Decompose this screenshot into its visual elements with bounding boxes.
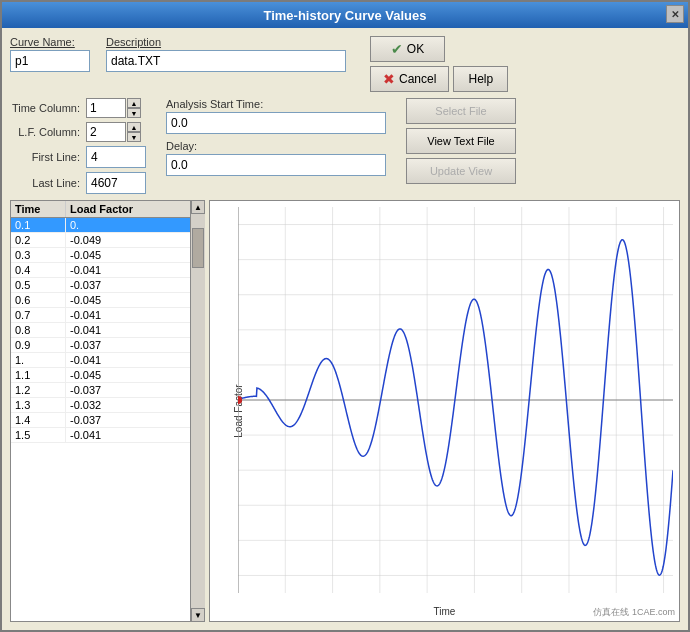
table-row[interactable]: 1.3-0.032	[11, 398, 190, 413]
last-line-label: Last Line:	[10, 177, 80, 189]
table-row[interactable]: 1.4-0.037	[11, 413, 190, 428]
select-file-button[interactable]: Select File	[406, 98, 516, 124]
table-header: Time Load Factor	[11, 201, 190, 218]
cell-lf: -0.037	[66, 413, 190, 427]
table-row[interactable]: 1.5-0.041	[11, 428, 190, 443]
cell-time: 1.2	[11, 383, 66, 397]
cell-lf: -0.041	[66, 353, 190, 367]
chart-x-label: Time	[434, 606, 456, 617]
view-text-file-button[interactable]: View Text File	[406, 128, 516, 154]
ok-button[interactable]: ✔ OK	[370, 36, 445, 62]
cell-time: 0.1	[11, 218, 66, 232]
last-line-input[interactable]	[86, 172, 146, 194]
col-lf-header: Load Factor	[66, 201, 190, 217]
cell-time: 1.5	[11, 428, 66, 442]
cell-time: 1.1	[11, 368, 66, 382]
cell-lf: -0.037	[66, 383, 190, 397]
cell-time: 1.4	[11, 413, 66, 427]
first-line-label: First Line:	[10, 151, 80, 163]
cell-lf: -0.049	[66, 233, 190, 247]
lf-column-label: L.F. Column:	[10, 126, 80, 138]
main-window: Time-history Curve Values ✕ Curve Name: …	[0, 0, 690, 632]
cell-time: 0.7	[11, 308, 66, 322]
lf-column-input[interactable]	[86, 122, 126, 142]
close-button[interactable]: ✕	[666, 5, 684, 23]
cell-time: 0.8	[11, 323, 66, 337]
cell-time: 0.6	[11, 293, 66, 307]
table-row[interactable]: 1.2-0.037	[11, 383, 190, 398]
scroll-up-arrow[interactable]: ▲	[191, 200, 205, 214]
cell-lf: -0.041	[66, 308, 190, 322]
cell-lf: -0.045	[66, 248, 190, 262]
table-row[interactable]: 0.5-0.037	[11, 278, 190, 293]
cell-time: 0.5	[11, 278, 66, 292]
table-row[interactable]: 0.7-0.041	[11, 308, 190, 323]
analysis-start-time-label: Analysis Start Time:	[166, 98, 386, 110]
cell-lf: -0.041	[66, 428, 190, 442]
delay-input[interactable]	[166, 154, 386, 176]
cell-lf: -0.045	[66, 293, 190, 307]
table-scroll[interactable]: 0.10.0.2-0.0490.3-0.0450.4-0.0410.5-0.03…	[11, 218, 190, 621]
col-time-header: Time	[11, 201, 66, 217]
delay-label: Delay:	[166, 140, 386, 152]
chart-canvas	[238, 207, 673, 593]
table-row[interactable]: 0.6-0.045	[11, 293, 190, 308]
curve-name-label: Curve Name:	[10, 36, 90, 48]
curve-name-input[interactable]	[10, 50, 90, 72]
help-button[interactable]: Help	[453, 66, 508, 92]
time-column-down[interactable]: ▼	[127, 108, 141, 118]
cell-lf: 0.	[66, 218, 190, 232]
lf-column-down[interactable]: ▼	[127, 132, 141, 142]
cell-time: 0.4	[11, 263, 66, 277]
table-row[interactable]: 0.4-0.041	[11, 263, 190, 278]
cell-time: 1.	[11, 353, 66, 367]
table-row[interactable]: 0.2-0.049	[11, 233, 190, 248]
table-row[interactable]: 0.10.	[11, 218, 190, 233]
time-column-label: Time Column:	[10, 102, 80, 114]
table-row[interactable]: 0.8-0.041	[11, 323, 190, 338]
scroll-down-arrow[interactable]: ▼	[191, 608, 205, 622]
time-column-up[interactable]: ▲	[127, 98, 141, 108]
table-row[interactable]: 0.9-0.037	[11, 338, 190, 353]
window-title: Time-history Curve Values	[263, 8, 426, 23]
cell-time: 0.3	[11, 248, 66, 262]
cell-lf: -0.041	[66, 323, 190, 337]
check-icon: ✔	[391, 41, 403, 57]
first-line-input[interactable]	[86, 146, 146, 168]
cancel-button[interactable]: ✖ Cancel	[370, 66, 449, 92]
time-column-input[interactable]	[86, 98, 126, 118]
cell-time: 0.9	[11, 338, 66, 352]
cell-time: 1.3	[11, 398, 66, 412]
cell-lf: -0.041	[66, 263, 190, 277]
description-label: Description	[106, 36, 346, 48]
x-icon: ✖	[383, 71, 395, 87]
lf-column-up[interactable]: ▲	[127, 122, 141, 132]
update-view-button[interactable]: Update View	[406, 158, 516, 184]
watermark: 仿真在线 1CAE.com	[593, 606, 675, 619]
scroll-thumb[interactable]	[192, 228, 204, 268]
table-row[interactable]: 1.-0.041	[11, 353, 190, 368]
scrollbar[interactable]: ▲ ▼	[191, 200, 205, 622]
description-input[interactable]	[106, 50, 346, 72]
table-row[interactable]: 0.3-0.045	[11, 248, 190, 263]
chart-area: Load Factor Time 仿真在线 1CAE.com	[209, 200, 680, 622]
cell-lf: -0.037	[66, 278, 190, 292]
cell-lf: -0.037	[66, 338, 190, 352]
cell-lf: -0.045	[66, 368, 190, 382]
cell-lf: -0.032	[66, 398, 190, 412]
title-bar: Time-history Curve Values ✕	[2, 2, 688, 28]
cell-time: 0.2	[11, 233, 66, 247]
analysis-start-time-input[interactable]	[166, 112, 386, 134]
table-row[interactable]: 1.1-0.045	[11, 368, 190, 383]
